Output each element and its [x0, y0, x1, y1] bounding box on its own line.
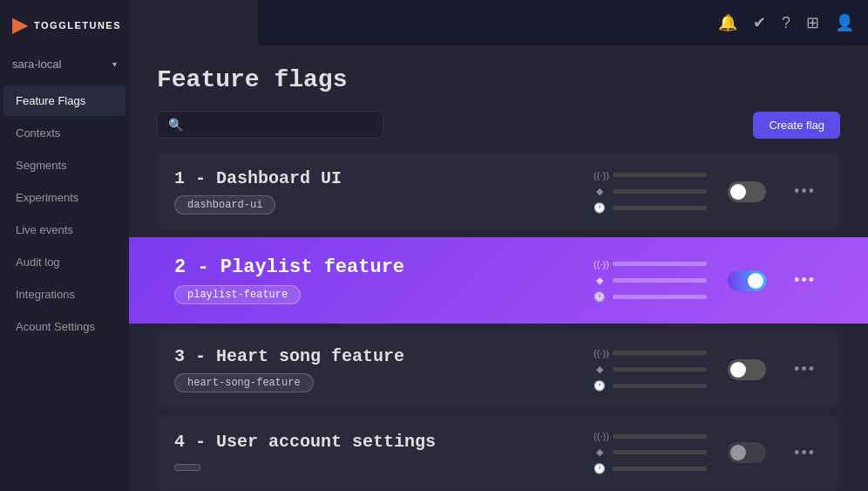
meta-bar — [613, 434, 707, 439]
meta-row: ((·)) — [593, 259, 707, 269]
meta-bar — [613, 173, 707, 177]
sidebar-account[interactable]: sara-local ▾ — [0, 51, 129, 85]
signal-icon: ((·)) — [593, 431, 606, 441]
page-title: Feature flags — [157, 66, 840, 93]
signal-icon: ((·)) — [593, 348, 606, 358]
sidebar-item-feature-flags[interactable]: Feature Flags — [3, 85, 125, 116]
more-options-button[interactable]: ••• — [787, 440, 823, 466]
main-area: 🔔 ✔ ? ⊞ 👤 Feature flags 🔍 Create flag 1 … — [129, 0, 868, 491]
main-content: Feature flags 🔍 Create flag 1 - Dashboar… — [129, 45, 868, 491]
flag-name: 1 - Dashboard UI — [174, 168, 580, 188]
meta-bar — [613, 206, 707, 210]
flag-key — [174, 464, 200, 471]
sidebar-nav: Feature Flags Contexts Segments Experime… — [0, 85, 129, 491]
meta-bar — [613, 278, 707, 283]
meta-bar — [613, 467, 707, 471]
flag-row: 4 - User account settings ((·)) ◆ 🕐 — [157, 415, 840, 490]
meta-bar — [613, 295, 707, 299]
toggle-wrap[interactable] — [721, 270, 773, 291]
diamond-icon: ◆ — [593, 364, 606, 375]
toggle-knob — [730, 184, 746, 200]
clock-icon: 🕐 — [593, 463, 606, 474]
toggle-switch[interactable] — [728, 270, 766, 291]
clock-icon: 🕐 — [593, 202, 606, 214]
flag-name: 3 - Heart song feature — [174, 346, 580, 366]
toggle-wrap[interactable] — [721, 359, 773, 380]
sidebar-item-contexts[interactable]: Contexts — [3, 118, 125, 148]
topbar: 🔔 ✔ ? ⊞ 👤 — [258, 0, 868, 45]
flag-info: 2 - Playlist feature playlist-feature — [174, 256, 580, 304]
clock-icon: 🕐 — [593, 380, 606, 392]
flag-row-highlighted: 2 - Playlist feature playlist-feature ((… — [129, 237, 868, 324]
sidebar-item-account-settings[interactable]: Acount Settings — [3, 311, 125, 342]
sidebar: ▶ TOGGLETUNES sara-local ▾ Feature Flags… — [0, 0, 129, 491]
more-options-button[interactable]: ••• — [787, 268, 823, 293]
meta-bar — [613, 450, 707, 454]
flag-meta: ((·)) ◆ 🕐 — [593, 348, 707, 392]
toggle-knob — [730, 445, 746, 460]
meta-row: 🕐 — [593, 202, 707, 214]
signal-icon: ((·)) — [593, 259, 606, 269]
toggle-switch[interactable] — [728, 359, 766, 380]
flags-list: 1 - Dashboard UI dashboard-ui ((·)) ◆ 🕐 — [157, 153, 840, 491]
sidebar-brand: ▶ TOGGLETUNES — [0, 0, 129, 51]
flag-meta: ((·)) ◆ 🕐 — [593, 431, 707, 474]
toggle-knob — [730, 362, 746, 378]
flag-info: 1 - Dashboard UI dashboard-ui — [174, 168, 580, 215]
signal-icon: ((·)) — [593, 170, 606, 181]
more-options-button[interactable]: ••• — [787, 179, 823, 204]
search-bar[interactable]: 🔍 — [157, 111, 383, 139]
flag-row: 3 - Heart song feature heart-song-featur… — [157, 331, 840, 408]
search-input[interactable] — [190, 119, 372, 132]
help-icon[interactable]: ? — [782, 14, 790, 32]
clock-icon: 🕐 — [593, 291, 606, 303]
flag-meta: ((·)) ◆ 🕐 — [593, 170, 707, 214]
meta-row: ◆ — [593, 447, 707, 458]
flag-name: 2 - Playlist feature — [174, 256, 580, 278]
toolbar: 🔍 Create flag — [157, 111, 840, 139]
chevron-down-icon: ▾ — [112, 59, 117, 69]
meta-bar — [613, 367, 707, 372]
diamond-icon: ◆ — [593, 447, 606, 458]
flag-key: playlist-feature — [174, 285, 301, 304]
toggle-wrap[interactable] — [721, 181, 773, 202]
meta-row: ((·)) — [593, 431, 707, 441]
meta-row: ((·)) — [593, 348, 707, 358]
toggle-switch[interactable] — [728, 181, 766, 202]
meta-row: ((·)) — [593, 170, 707, 181]
toggle-wrap[interactable] — [721, 442, 773, 463]
meta-row: 🕐 — [593, 380, 707, 392]
flag-key: heart-song-feature — [174, 373, 314, 392]
sidebar-item-audit-log[interactable]: Audit log — [3, 247, 125, 277]
brand-name: TOGGLETUNES — [34, 20, 121, 31]
sidebar-item-integrations[interactable]: Integrations — [3, 279, 125, 310]
sidebar-item-segments[interactable]: Segments — [3, 150, 125, 181]
sidebar-item-live-events[interactable]: Live events — [3, 215, 125, 245]
search-icon: 🔍 — [168, 118, 183, 132]
brand-logo-icon: ▶ — [12, 14, 27, 37]
diamond-icon: ◆ — [593, 275, 606, 286]
meta-row: ◆ — [593, 275, 707, 286]
toggle-switch[interactable] — [728, 442, 766, 463]
flag-info: 4 - User account settings — [174, 432, 580, 474]
more-options-button[interactable]: ••• — [787, 357, 823, 382]
flag-row: 1 - Dashboard UI dashboard-ui ((·)) ◆ 🕐 — [157, 153, 840, 230]
meta-bar — [613, 351, 707, 355]
sidebar-item-experiments[interactable]: Experiments — [3, 182, 125, 213]
toggle-knob — [748, 273, 763, 289]
meta-bar — [613, 384, 707, 388]
flag-key: dashboard-ui — [174, 195, 275, 215]
account-name: sara-local — [12, 58, 61, 71]
meta-bar — [613, 189, 707, 194]
meta-bar — [613, 262, 707, 266]
meta-row: 🕐 — [593, 463, 707, 474]
apps-icon[interactable]: ⊞ — [806, 13, 819, 32]
create-flag-button[interactable]: Create flag — [753, 112, 840, 139]
user-icon[interactable]: 👤 — [835, 13, 854, 32]
meta-row: 🕐 — [593, 291, 707, 303]
flag-info: 3 - Heart song feature heart-song-featur… — [174, 346, 580, 392]
diamond-icon: ◆ — [593, 186, 606, 197]
checkmark-icon[interactable]: ✔ — [753, 13, 766, 32]
notifications-icon[interactable]: 🔔 — [718, 13, 737, 32]
flag-name: 4 - User account settings — [174, 432, 580, 452]
